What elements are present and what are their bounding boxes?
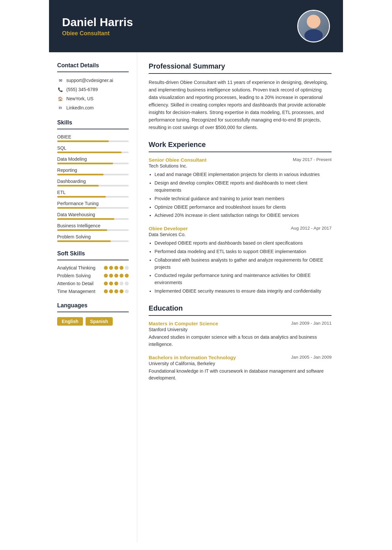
skill-fill (57, 218, 114, 220)
skill-name: Reporting (57, 168, 129, 173)
skill-dot (104, 289, 108, 293)
skill-item: SQL (57, 145, 129, 153)
language-tag: Spanish (86, 317, 113, 326)
skill-item: Problem Solving (57, 234, 129, 242)
languages-title: Languages (57, 302, 129, 309)
education-section: Education Masters in Computer Science Ja… (149, 304, 332, 382)
experience-title: Work Experience (149, 140, 332, 149)
dot-row (104, 266, 129, 270)
contact-item: 📞 (555) 345-6789 (57, 86, 129, 93)
skill-fill (57, 240, 111, 242)
job-bullet: Design and develop complex OBIEE reports… (155, 180, 332, 194)
edu-header: Masters in Computer Science Jan 2009 - J… (149, 321, 332, 326)
skill-fill (57, 163, 113, 164)
job-bullet: Achieved 20% increase in client satisfac… (155, 212, 332, 219)
skill-dot (120, 282, 123, 285)
soft-skill-item: Attention to Detail (57, 281, 129, 286)
right-content: Professional Summary Results-driven Obie… (137, 52, 343, 542)
skill-name: Data Warehousing (57, 212, 129, 217)
skill-name: Dashboarding (57, 179, 129, 184)
education-list: Masters in Computer Science Jan 2009 - J… (149, 321, 332, 382)
skill-bar (57, 140, 129, 142)
experience-divider (149, 152, 332, 152)
soft-skills-list: Analytical Thinking Problem Solving Atte… (57, 265, 129, 294)
soft-skill-name: Attention to Detail (57, 281, 104, 286)
job-company: Data Services Co. (149, 232, 332, 237)
skill-name: OBIEE (57, 134, 129, 139)
job-bullet: Conducted regular performance tuning and… (155, 272, 332, 286)
job-bullet: Lead and manage OBIEE implementation pro… (155, 171, 332, 178)
header-name-section: Daniel Harris Obiee Consultant (62, 16, 133, 37)
contact-section: Contact Details ✉ support@cvdesigner.ai📞… (57, 62, 129, 111)
skill-dot (109, 266, 113, 270)
skill-dot (125, 289, 129, 293)
contact-title: Contact Details (57, 62, 129, 69)
languages-section: Languages EnglishSpanish (57, 302, 129, 326)
language-tag: English (57, 317, 83, 326)
contact-icon: 🏠 (57, 95, 64, 102)
job-bullet: Developed OBIEE reports and dashboards b… (155, 240, 332, 247)
soft-skill-name: Analytical Thinking (57, 265, 104, 270)
skills-list: OBIEE SQL Data Modeling Reporting Dashbo… (57, 134, 129, 242)
skill-dot (120, 266, 123, 270)
resume-header: Daniel Harris Obiee Consultant (49, 0, 343, 52)
soft-skill-name: Time Management (57, 289, 104, 294)
skill-item: Data Warehousing (57, 212, 129, 220)
skill-dot (125, 282, 129, 285)
skill-item: OBIEE (57, 134, 129, 142)
skills-title: Skills (57, 119, 129, 126)
skill-dot (120, 274, 123, 278)
soft-skill-item: Analytical Thinking (57, 265, 129, 270)
job-bullet: Provide technical guidance and training … (155, 195, 332, 202)
skill-name: Performance Tuning (57, 201, 129, 206)
soft-skill-item: Time Management (57, 289, 129, 294)
skill-fill (57, 140, 109, 142)
education-title: Education (149, 304, 332, 313)
contact-text: (555) 345-6789 (66, 87, 98, 92)
job-bullets: Lead and manage OBIEE implementation pro… (149, 171, 332, 219)
skill-bar (57, 218, 129, 220)
skill-fill (57, 174, 104, 175)
jobs-list: Senior Obiee Consultant May 2017 - Prese… (149, 157, 332, 295)
skill-dot (109, 274, 113, 278)
skill-bar (57, 152, 129, 153)
skill-dot (114, 289, 118, 293)
dot-row (104, 289, 129, 293)
skill-item: Business Intelligence (57, 223, 129, 231)
contact-icon: in (57, 105, 64, 111)
job-entry: Senior Obiee Consultant May 2017 - Prese… (149, 157, 332, 219)
soft-skill-item: Problem Solving (57, 273, 129, 278)
skill-name: Data Modeling (57, 156, 129, 162)
skill-dot (104, 274, 108, 278)
skill-dot (104, 282, 108, 285)
skill-fill (57, 196, 106, 198)
edu-school: University of California, Berkeley (149, 361, 332, 366)
job-bullets: Developed OBIEE reports and dashboards b… (149, 240, 332, 295)
avatar-image (298, 11, 329, 41)
skill-bar (57, 196, 129, 198)
job-date: Aug 2012 - Apr 2017 (291, 226, 332, 231)
contact-text: NewYork, US (66, 96, 93, 101)
skill-dot (114, 266, 118, 270)
experience-section: Work Experience Senior Obiee Consultant … (149, 140, 332, 295)
skill-item: Performance Tuning (57, 201, 129, 209)
edu-header: Bachelors in Information Technology Jan … (149, 355, 332, 360)
job-date: May 2017 - Present (293, 157, 332, 162)
job-company: Tech Solutions Inc. (149, 163, 332, 169)
soft-skills-section: Soft Skills Analytical Thinking Problem … (57, 250, 129, 294)
skill-name: SQL (57, 145, 129, 151)
skill-fill (57, 152, 122, 153)
skill-dot (120, 289, 123, 293)
job-bullet: Implemented OBIEE security measures to e… (155, 288, 332, 295)
skill-item: Reporting (57, 168, 129, 175)
education-entry: Masters in Computer Science Jan 2009 - J… (149, 321, 332, 348)
skill-bar (57, 207, 129, 209)
job-header: Senior Obiee Consultant May 2017 - Prese… (149, 157, 332, 163)
edu-description: Advanced studies in computer science wit… (149, 334, 332, 348)
skill-name: ETL (57, 190, 129, 195)
contact-icon: ✉ (57, 77, 64, 84)
skill-fill (57, 207, 96, 209)
education-entry: Bachelors in Information Technology Jan … (149, 355, 332, 382)
skills-divider (57, 129, 129, 129)
skill-fill (57, 229, 107, 231)
